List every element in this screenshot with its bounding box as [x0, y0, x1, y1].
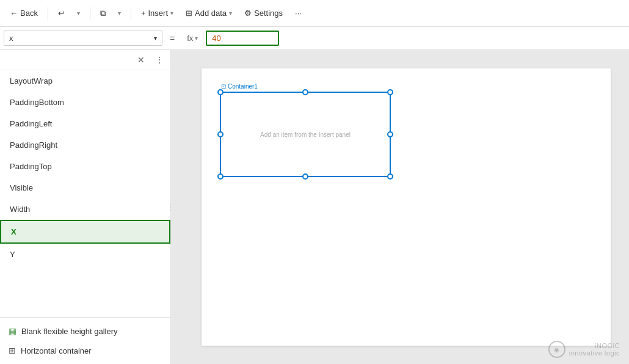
- container-icon: ⊡: [221, 83, 226, 90]
- more-options-button[interactable]: ⋮: [152, 53, 167, 67]
- chevron-down-icon: ▾: [77, 10, 80, 16]
- fx-chevron-icon: ▾: [195, 35, 198, 42]
- divider-2: [90, 7, 90, 20]
- panel-top-icons: ✕ ⋮: [0, 50, 170, 70]
- name-box[interactable]: x ▾: [4, 31, 162, 46]
- prop-item-x[interactable]: X: [0, 220, 170, 244]
- undo-button[interactable]: ↩: [53, 6, 70, 20]
- handle-bottom-left[interactable]: [217, 173, 224, 180]
- handle-middle-right[interactable]: [387, 131, 393, 137]
- clipboard-icon: ⧉: [100, 9, 106, 18]
- left-panel: ✕ ⋮ LayoutWrapPaddingBottomPaddingLeftPa…: [0, 50, 171, 364]
- gear-icon: ⚙: [244, 9, 252, 18]
- more-button[interactable]: ···: [290, 6, 307, 20]
- container-placeholder: Add an item from the Insert panel: [260, 131, 351, 138]
- prop-item-paddingtop[interactable]: PaddingTop: [0, 156, 170, 177]
- logo-icon: ◉: [554, 346, 559, 353]
- prop-item-layoutwrap[interactable]: LayoutWrap: [0, 70, 170, 92]
- blank-gallery-icon: ▦: [9, 326, 16, 336]
- divider-1: [48, 7, 48, 20]
- formula-bar: x ▾ = fx ▾: [0, 27, 629, 50]
- insert-chevron-icon: ▾: [170, 10, 173, 16]
- chevron-down-icon-2: ▾: [118, 10, 121, 16]
- settings-label: Settings: [254, 9, 283, 18]
- prop-item-width[interactable]: Width: [0, 198, 170, 220]
- handle-bottom-right[interactable]: [387, 173, 393, 180]
- handle-bottom-center[interactable]: [302, 173, 308, 180]
- watermark-text: innovative logic: [569, 349, 620, 357]
- divider-3: [131, 7, 131, 20]
- blank-gallery-label: Blank flexible height gallery: [21, 327, 118, 336]
- undo-chevron-button[interactable]: ▾: [72, 7, 85, 19]
- prop-item-paddingright[interactable]: PaddingRight: [0, 134, 170, 156]
- toolbar: ← Back ↩ ▾ ⧉ ▾ + Insert ▾ ⊞ Add data ▾ ⚙…: [0, 0, 629, 27]
- handle-top-right[interactable]: [387, 89, 393, 95]
- main-content: ✕ ⋮ LayoutWrapPaddingBottomPaddingLeftPa…: [0, 50, 629, 364]
- close-icon: ✕: [137, 55, 145, 65]
- bottom-item-horizontal-container[interactable]: ⊞Horizontal container: [0, 341, 170, 360]
- prop-item-y[interactable]: Y: [0, 244, 170, 265]
- insert-button[interactable]: + Insert ▾: [136, 6, 178, 20]
- more-icon: ···: [295, 9, 302, 18]
- prop-item-visible[interactable]: Visible: [0, 177, 170, 198]
- watermark-logo: ◉: [548, 341, 565, 358]
- add-data-icon: ⊞: [186, 9, 192, 18]
- clipboard-chevron-button[interactable]: ▾: [113, 7, 126, 19]
- name-box-chevron: ▾: [154, 35, 157, 42]
- bottom-item-blank-gallery[interactable]: ▦Blank flexible height gallery: [0, 321, 170, 341]
- more-dots-icon: ⋮: [155, 55, 164, 65]
- handle-top-left[interactable]: [217, 89, 224, 95]
- canvas-white: ⊡ Container1 Add an item from the Insert…: [202, 68, 611, 346]
- add-data-chevron-icon: ▾: [229, 10, 232, 16]
- add-data-label: Add data: [195, 9, 227, 18]
- equals-sign: =: [165, 34, 180, 43]
- name-box-value: x: [9, 34, 13, 43]
- container-name: Container1: [228, 83, 258, 90]
- watermark: ◉ iNOGiC innovative logic: [548, 341, 620, 358]
- back-label: Back: [20, 9, 38, 18]
- fx-label: fx: [187, 34, 193, 43]
- container-label: ⊡ Container1: [221, 83, 258, 90]
- clipboard-button[interactable]: ⧉: [95, 6, 111, 21]
- back-button[interactable]: ← Back: [5, 6, 43, 20]
- plus-icon: +: [141, 9, 146, 18]
- bottom-panel: ▦Blank flexible height gallery⊞Horizonta…: [0, 317, 170, 364]
- add-data-button[interactable]: ⊞ Add data ▾: [181, 6, 237, 20]
- fx-button[interactable]: fx ▾: [182, 32, 203, 45]
- undo-icon: ↩: [58, 9, 65, 18]
- prop-item-paddingleft[interactable]: PaddingLeft: [0, 113, 170, 134]
- container-widget[interactable]: ⊡ Container1 Add an item from the Insert…: [220, 92, 391, 177]
- handle-middle-left[interactable]: [217, 131, 224, 137]
- horizontal-container-label: Horizontal container: [21, 346, 92, 355]
- back-arrow-icon: ←: [10, 9, 18, 18]
- formula-input[interactable]: [206, 31, 279, 46]
- properties-list: LayoutWrapPaddingBottomPaddingLeftPaddin…: [0, 70, 170, 317]
- canvas-area: ⊡ Container1 Add an item from the Insert…: [171, 50, 629, 364]
- handle-top-center[interactable]: [302, 89, 308, 95]
- close-button[interactable]: ✕: [134, 53, 148, 67]
- horizontal-container-icon: ⊞: [9, 346, 16, 355]
- settings-button[interactable]: ⚙ Settings: [239, 6, 288, 20]
- insert-label: Insert: [148, 9, 169, 18]
- prop-item-paddingbottom[interactable]: PaddingBottom: [0, 92, 170, 113]
- watermark-brand: iNOGiC: [569, 342, 620, 349]
